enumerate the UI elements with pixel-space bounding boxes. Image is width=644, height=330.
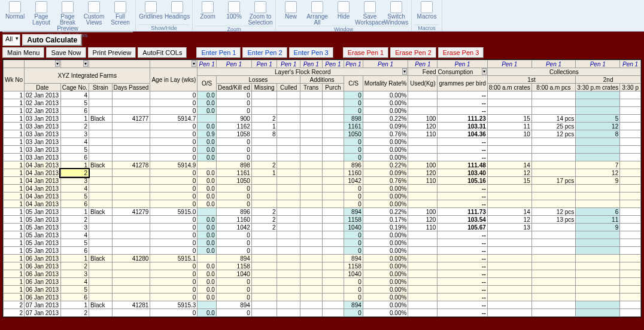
table-row[interactable]: 106 Jan 2013300.0104010400.00%-- (4, 270, 641, 278)
table-row[interactable]: 105 Jan 20131Black412795915.089628940.22… (4, 208, 641, 216)
ribbon-arrange-all[interactable]: Arrange All (305, 1, 330, 26)
table-row[interactable]: 104 Jan 2013200.01161111600.09%120103.40… (4, 169, 641, 177)
table-row[interactable]: 207 Jan 2013200.0000.00%-- (4, 309, 641, 317)
ribbon-icon (62, 1, 74, 13)
ribbon-new[interactable]: New (278, 1, 303, 26)
main-menu-button[interactable]: Main Menu (2, 47, 44, 58)
ribbon-zoom[interactable]: Zoom (195, 1, 220, 26)
ribbon-gridlines[interactable]: Gridlines (138, 1, 163, 20)
ribbon-icon (390, 1, 402, 13)
ribbon-page-layout[interactable]: Page Layout (29, 1, 54, 32)
table-row[interactable]: 105 Jan 2013200.01160211580.17%120103.54… (4, 216, 641, 224)
table-row[interactable]: 106 Jan 2013200.0115811580.00%-- (4, 262, 641, 270)
enter-pen-3-button[interactable]: Enter Pen 3 (289, 47, 333, 58)
enter-pen-2-button[interactable]: Enter Pen 2 (242, 47, 287, 58)
ribbon-icon (88, 1, 100, 13)
ribbon-icon (311, 1, 323, 13)
table-row[interactable]: 106 Jan 2013400.0000.00%-- (4, 278, 641, 286)
ribbon-icon (202, 1, 214, 13)
data-grid[interactable]: Pen 1Pen 1Pen 1Pen 1Pen 1Pen 1Pen 1Pen 1… (2, 59, 642, 317)
table-row[interactable]: 103 Jan 2013400.0000.00%-- (4, 138, 641, 146)
table-row[interactable]: 105 Jan 2013500.0000.00%-- (4, 239, 641, 247)
ribbon-headings[interactable]: Headings (165, 1, 190, 20)
ribbon-normal[interactable]: Normal (2, 1, 28, 32)
ribbon-save-workspace[interactable]: Save Workspace (357, 1, 382, 26)
ribbon-icon (421, 1, 433, 13)
erase-pen-2-button[interactable]: Erase Pen 2 (390, 47, 436, 58)
table-row[interactable]: 102 Jan 2013400.0000.00%-- (4, 91, 641, 99)
table-row[interactable]: 104 Jan 2013300.0105010420.76%110105.161… (4, 177, 641, 185)
table-row[interactable]: 106 Jan 20131Black412805915.18948940.00%… (4, 255, 641, 262)
ribbon-switch-windows[interactable]: Switch Windows (384, 1, 409, 26)
erase-pen-1-button[interactable]: Erase Pen 1 (343, 47, 389, 58)
ribbon-icon (338, 1, 350, 13)
table-row[interactable]: 103 Jan 20131Black412775914.790028980.22… (4, 115, 641, 123)
table-row[interactable]: 105 Jan 2013400.0000.00%-- (4, 231, 641, 239)
ribbon-icon (9, 1, 21, 13)
save-now-button[interactable]: Save Now (46, 47, 86, 58)
table-row[interactable]: 104 Jan 20131Black412785914.989828960.22… (4, 161, 641, 169)
table-row[interactable]: 207 Jan 20131Black412815915.38948940.00%… (4, 301, 641, 309)
table-row[interactable]: 102 Jan 2013500.0000.00%-- (4, 99, 641, 107)
table-row[interactable]: 102 Jan 2013600.0000.00%-- (4, 107, 641, 115)
ribbon-icon (228, 1, 240, 13)
ribbon-icon (171, 1, 183, 13)
ribbon-custom-views[interactable]: Custom Views (81, 1, 107, 32)
ribbon-100%[interactable]: 100% (221, 1, 247, 26)
ribbon-zoom-to-selection[interactable]: Zoom to Selection (248, 1, 273, 26)
ribbon-icon (285, 1, 297, 13)
table-row[interactable]: 105 Jan 2013300.01042210400.19%110105.67… (4, 224, 641, 231)
auto-calculate-button[interactable]: Auto Calculate (22, 34, 82, 46)
table-row[interactable]: 104 Jan 2013600.0000.00%-- (4, 200, 641, 208)
erase-pen-3-button[interactable]: Erase Pen 3 (438, 47, 484, 58)
table-row[interactable]: 106 Jan 2013500.0000.00%-- (4, 286, 641, 294)
table-row[interactable]: 103 Jan 2013500.0000.00%-- (4, 146, 641, 154)
ribbon-hide[interactable]: Hide (331, 1, 356, 26)
ribbon-icon (145, 1, 157, 13)
table-row[interactable]: 103 Jan 2013600.0000.00%-- (4, 154, 641, 161)
ribbon-page-break-preview[interactable]: Page Break Preview (55, 1, 80, 32)
ribbon-icon (114, 1, 126, 13)
ribbon-macros[interactable]: Macros (414, 1, 439, 20)
table-row[interactable]: 106 Jan 2013600.0000.00%-- (4, 294, 641, 301)
table-row[interactable]: 103 Jan 2013200.01162111610.09%120103.31… (4, 123, 641, 130)
ribbon-icon (35, 1, 47, 13)
table-row[interactable]: 104 Jan 2013500.0000.00%-- (4, 192, 641, 200)
table-row[interactable]: 104 Jan 2013400.0000.00%-- (4, 185, 641, 192)
enter-pen-1-button[interactable]: Enter Pen 1 (196, 47, 241, 58)
table-row[interactable]: 103 Jan 2013300.91058810500.76%110104.36… (4, 130, 641, 138)
ribbon-icon (254, 1, 266, 13)
ribbon-icon (364, 1, 376, 13)
table-row[interactable]: 105 Jan 2013600.0000.00%-- (4, 247, 641, 255)
all-dropdown[interactable]: All (2, 34, 20, 46)
print-preview-button[interactable]: Print Preview (88, 47, 136, 58)
autofit-cols-button[interactable]: AutoFit COLs (138, 47, 187, 58)
ribbon-full-screen[interactable]: Full Screen (108, 1, 133, 32)
toolbar-actions: Main Menu Save Now Print Preview AutoFit… (2, 47, 642, 58)
ribbon: NormalPage LayoutPage Break PreviewCusto… (0, 0, 644, 32)
